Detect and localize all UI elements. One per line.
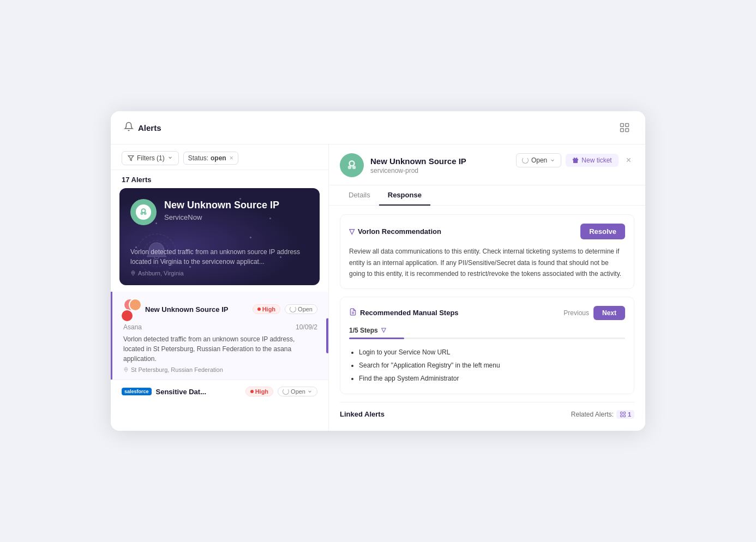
detail-header-left: New Unknown Source IP servicenow-prod xyxy=(340,153,466,177)
rec-card-title: ▽ Vorlon Recommendation xyxy=(349,227,441,236)
right-panel: New Unknown Source IP servicenow-prod Op… xyxy=(329,144,645,430)
alert-service: Asana xyxy=(123,323,142,331)
alert-avatar xyxy=(123,298,141,320)
high-badge-2: High xyxy=(245,387,273,396)
steps-icon xyxy=(349,308,357,317)
detail-header: New Unknown Source IP servicenow-prod Op… xyxy=(329,144,645,185)
rec-card-header: ▽ Vorlon Recommendation Resolve xyxy=(349,224,625,239)
alert-item-header: New Unknown Source IP High Open xyxy=(123,298,317,320)
recommendation-text: Review all data communications to this e… xyxy=(349,246,625,279)
alert-date: 10/09/2 xyxy=(296,323,317,331)
status-filter-tag: Status: open × xyxy=(183,152,238,165)
svg-point-15 xyxy=(348,166,352,170)
svg-point-16 xyxy=(352,166,356,170)
new-ticket-button[interactable]: New ticket xyxy=(566,154,618,167)
header-title: Alerts xyxy=(138,123,161,133)
alert-item-asana[interactable]: New Unknown Source IP High Open Asana 10… xyxy=(111,292,328,380)
detail-avatar xyxy=(340,153,364,177)
svg-point-10 xyxy=(144,212,147,215)
main-container: Alerts Filters (1) xyxy=(111,111,645,430)
notification-settings-icon[interactable] xyxy=(617,120,632,135)
close-detail-button[interactable]: × xyxy=(623,154,634,166)
featured-title: New Unknown Source IP xyxy=(164,199,309,212)
detail-title: New Unknown Source IP xyxy=(370,156,466,166)
resolve-button[interactable]: Resolve xyxy=(580,224,625,239)
featured-alert-card[interactable]: New Unknown Source IP ServiceNow Vorlon … xyxy=(119,188,320,285)
related-count: 1 xyxy=(616,410,634,419)
detail-subtitle: servicenow-prod xyxy=(370,167,466,174)
bell-icon xyxy=(124,122,134,134)
vorlon-small-icon: ▽ xyxy=(381,327,386,334)
svg-rect-20 xyxy=(623,412,626,414)
progress-label: 1/5 Steps ▽ xyxy=(349,327,625,334)
svg-point-9 xyxy=(140,212,143,215)
linked-alerts-title: Linked Alerts xyxy=(340,410,385,418)
alert-item-sub: Asana 10/09/2 xyxy=(123,323,317,331)
progress-bar-fill xyxy=(349,338,404,339)
progress-bar-track xyxy=(349,338,625,339)
linked-alerts-section: Linked Alerts Related Alerts: 1 xyxy=(340,402,634,422)
svg-point-14 xyxy=(350,162,354,166)
alerts-count: 17 Alerts xyxy=(111,170,328,188)
left-panel: Filters (1) Status: open × 17 Alerts xyxy=(111,144,329,430)
filter-chevron-icon xyxy=(167,154,173,162)
featured-subtitle: ServiceNow xyxy=(164,213,309,221)
svg-point-12 xyxy=(125,369,127,370)
detail-info: New Unknown Source IP servicenow-prod xyxy=(370,156,466,174)
vorlon-icon: ▽ xyxy=(349,227,355,236)
tabs-bar: Details Response xyxy=(329,185,645,206)
steps-list: Login to your Service Now URL Search for… xyxy=(349,346,625,385)
alert-description: Vorlon detected traffic from an unknown … xyxy=(123,334,317,364)
progress-area: 1/5 Steps ▽ xyxy=(349,327,625,339)
svg-rect-21 xyxy=(620,415,622,417)
alert-location: St Petersburg, Russian Federation xyxy=(123,366,317,373)
svg-marker-4 xyxy=(128,156,134,161)
open-badge-2: Open xyxy=(278,387,317,396)
high-badge: High xyxy=(253,304,280,314)
previous-button[interactable]: Previous xyxy=(563,309,589,317)
content-area: ▽ Vorlon Recommendation Resolve Review a… xyxy=(329,206,645,430)
recommendation-card: ▽ Vorlon Recommendation Resolve Review a… xyxy=(340,214,634,288)
status-value: open xyxy=(211,154,226,162)
featured-top: New Unknown Source IP ServiceNow xyxy=(130,199,309,225)
svg-rect-3 xyxy=(626,129,629,132)
filters-button[interactable]: Filters (1) xyxy=(122,151,179,165)
tab-response[interactable]: Response xyxy=(379,185,430,206)
manual-steps-card: Recommended Manual Steps Previous Next 1… xyxy=(340,297,634,394)
filters-bar: Filters (1) Status: open × xyxy=(111,144,328,170)
steps-navigation: Previous Next xyxy=(563,306,625,320)
svg-rect-1 xyxy=(626,124,629,127)
steps-header: Recommended Manual Steps Previous Next xyxy=(349,306,625,320)
featured-description: Vorlon detected traffic from an unknown … xyxy=(130,247,309,267)
alerts-header: Alerts xyxy=(111,111,645,144)
tab-details[interactable]: Details xyxy=(340,185,379,206)
svg-point-11 xyxy=(133,272,134,274)
remove-filter-button[interactable]: × xyxy=(230,154,233,162)
open-status-button[interactable]: Open xyxy=(516,153,561,167)
open-badge: Open xyxy=(285,304,317,314)
svg-rect-19 xyxy=(620,412,622,414)
step-item-1: Login to your Service Now URL xyxy=(359,346,625,359)
step-item-2: Search for "Application Registry" in the… xyxy=(359,359,625,372)
header-left: Alerts xyxy=(124,122,161,134)
featured-info: New Unknown Source IP ServiceNow xyxy=(164,199,309,221)
alert-item-salesforce[interactable]: salesforce Sensitive Dat... High Open xyxy=(111,380,328,403)
related-alerts-badge: Related Alerts: 1 xyxy=(571,410,634,419)
svg-rect-0 xyxy=(621,124,624,127)
body-layout: Filters (1) Status: open × 17 Alerts xyxy=(111,144,645,430)
alert-item-name: New Unknown Source IP xyxy=(145,305,248,314)
svg-rect-22 xyxy=(623,415,626,417)
detail-header-right: Open New ticket × xyxy=(516,153,634,167)
alert-location-text: St Petersburg, Russian Federation xyxy=(131,366,223,373)
steps-title: Recommended Manual Steps xyxy=(349,308,459,317)
step-item-3: Find the app System Administrator xyxy=(359,372,625,385)
featured-avatar xyxy=(130,199,157,225)
svg-point-8 xyxy=(142,209,145,212)
salesforce-badge: salesforce xyxy=(122,388,152,395)
bottom-alert-name: Sensitive Dat... xyxy=(156,388,241,396)
next-button[interactable]: Next xyxy=(593,306,625,320)
svg-rect-2 xyxy=(621,129,624,132)
